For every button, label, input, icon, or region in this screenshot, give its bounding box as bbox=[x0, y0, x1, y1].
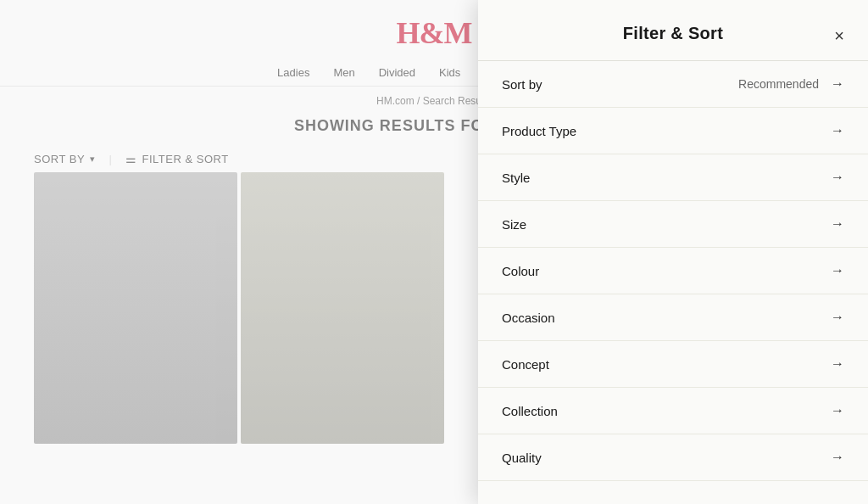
filter-item-product-type[interactable]: Product Type → bbox=[478, 108, 868, 154]
filter-label-size: Size bbox=[502, 217, 526, 232]
filter-item-sort-by[interactable]: Sort by Recommended → bbox=[478, 61, 868, 108]
filter-item-concept[interactable]: Concept → bbox=[478, 341, 868, 388]
filter-item-right-occasion: → bbox=[831, 310, 844, 325]
filter-panel-title: Filter & Sort bbox=[623, 24, 723, 43]
filter-value-sort-by: Recommended bbox=[738, 77, 819, 91]
nav-divided: Divided bbox=[379, 66, 415, 79]
nav-kids: Kids bbox=[439, 66, 460, 79]
arrow-icon-concept: → bbox=[831, 356, 844, 372]
filter-sort-button[interactable]: ⚌ FILTER & SORT bbox=[125, 152, 229, 165]
filter-list: Sort by Recommended → Product Type → Sty… bbox=[478, 61, 868, 504]
filter-item-right-size: → bbox=[831, 216, 844, 232]
filter-label-quality: Quality bbox=[502, 451, 542, 465]
filter-label-sort-by: Sort by bbox=[502, 77, 542, 92]
product-card-2[interactable] bbox=[241, 172, 444, 444]
close-button[interactable]: × bbox=[831, 24, 848, 48]
filter-sort-label: FILTER & SORT bbox=[142, 153, 229, 165]
filter-label-colour: Colour bbox=[502, 264, 539, 278]
filter-item-collection[interactable]: Collection → bbox=[478, 388, 868, 434]
filter-item-style[interactable]: Style → bbox=[478, 154, 868, 201]
sort-by-label: SORT BY bbox=[34, 153, 85, 165]
product-card-1[interactable] bbox=[34, 172, 237, 444]
arrow-icon-size: → bbox=[831, 216, 844, 232]
filter-label-style: Style bbox=[502, 171, 530, 185]
nav-ladies: Ladies bbox=[277, 66, 309, 79]
arrow-icon-collection: → bbox=[831, 403, 844, 418]
filter-icon: ⚌ bbox=[125, 152, 137, 165]
filter-item-right-colour: → bbox=[831, 263, 844, 278]
filter-item-right-concept: → bbox=[831, 356, 844, 372]
filter-label-concept: Concept bbox=[502, 357, 549, 372]
filter-label-occasion: Occasion bbox=[502, 311, 555, 325]
filter-item-right-collection: → bbox=[831, 403, 844, 418]
arrow-icon-style: → bbox=[831, 170, 844, 185]
arrow-icon-colour: → bbox=[831, 263, 844, 278]
arrow-icon-product-type: → bbox=[831, 123, 844, 138]
filter-label-product-type: Product Type bbox=[502, 124, 576, 138]
filter-item-quality[interactable]: Quality → bbox=[478, 434, 868, 481]
filter-item-right-sort-by: Recommended → bbox=[738, 76, 844, 92]
filter-label-collection: Collection bbox=[502, 404, 558, 418]
filter-item-occasion[interactable]: Occasion → bbox=[478, 294, 868, 341]
filter-panel-header: Filter & Sort × bbox=[478, 0, 868, 60]
filter-item-right-product-type: → bbox=[831, 123, 844, 138]
filter-item-right-quality: → bbox=[831, 450, 844, 465]
filter-sort-panel: Filter & Sort × Sort by Recommended → Pr… bbox=[478, 0, 868, 504]
nav-men: Men bbox=[333, 66, 354, 79]
arrow-icon-occasion: → bbox=[831, 310, 844, 325]
filter-item-right-style: → bbox=[831, 170, 844, 185]
filter-item-colour[interactable]: Colour → bbox=[478, 248, 868, 294]
arrow-icon-quality: → bbox=[831, 450, 844, 465]
hm-logo-text: H&M bbox=[397, 16, 472, 50]
filter-item-size[interactable]: Size → bbox=[478, 201, 868, 248]
sort-by-button[interactable]: SORT BY ▾ bbox=[34, 153, 96, 165]
chevron-down-icon: ▾ bbox=[90, 154, 96, 165]
arrow-icon-sort-by: → bbox=[831, 76, 844, 92]
